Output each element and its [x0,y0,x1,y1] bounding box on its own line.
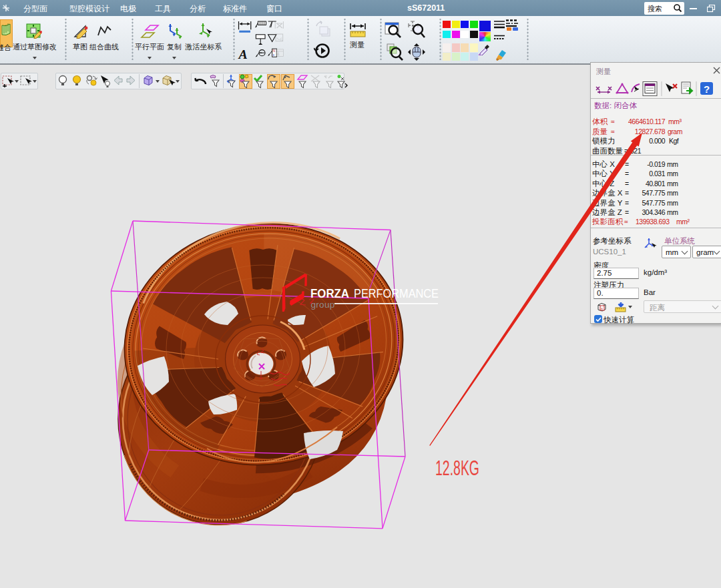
svg-text:N: N [272,49,275,53]
svg-text:x: x [601,306,603,310]
svg-text:PERFORMANCE: PERFORMANCE [354,287,439,300]
svg-text:A: A [238,47,248,61]
svg-text:12.8KG: 12.8KG [435,456,479,480]
svg-text:FORZA: FORZA [310,287,349,300]
svg-text:group: group [311,300,335,310]
svg-text:?: ? [704,83,710,95]
